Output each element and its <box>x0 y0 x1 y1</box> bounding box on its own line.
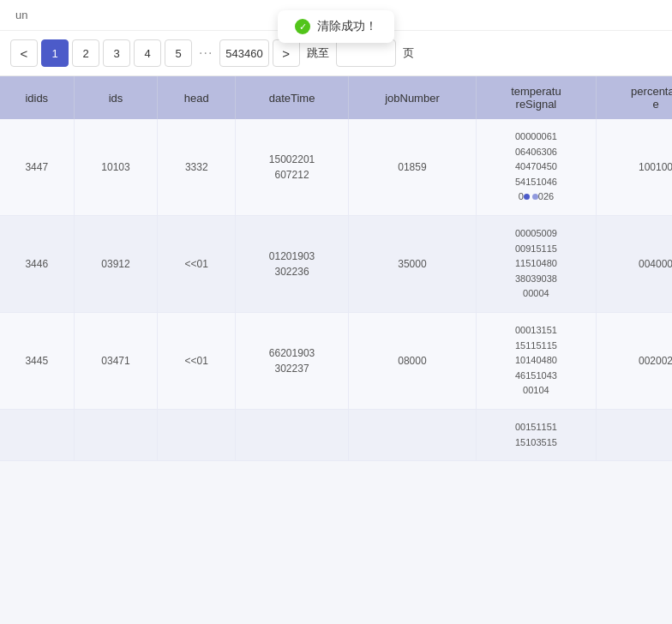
toast-container: ✓ 清除成功！ <box>278 10 394 43</box>
cell-ids: 03912 <box>74 215 158 312</box>
page-button-4[interactable]: 4 <box>134 39 161 67</box>
cell-ids: 10103 <box>74 119 158 215</box>
cell-jobnumber <box>349 409 477 460</box>
cell-datetime: 01201903302236 <box>235 215 348 312</box>
col-temperature: temperatureSignal <box>476 76 596 119</box>
loading-dots <box>524 194 538 200</box>
table-row: 3445 03471 <<01 66201903302237 08000 000… <box>0 312 672 409</box>
jump-label: 跳至 <box>303 45 333 61</box>
page-unit: 页 <box>399 45 417 61</box>
cell-datetime: 66201903302237 <box>235 312 348 409</box>
page-button-1[interactable]: 1 <box>41 39 69 67</box>
page-button-3[interactable]: 3 <box>103 39 130 67</box>
table-row: 3447 10103 3332 15002201607212 01859 000… <box>0 119 672 215</box>
cell-percentage: 100100 <box>597 119 672 215</box>
cell-datetime <box>235 409 348 460</box>
cell-head: <<01 <box>158 215 236 312</box>
table-header-row: idids ids head dateTime jobNumber temper… <box>0 76 672 119</box>
cell-percentage: 002002 <box>597 312 672 409</box>
col-ids: ids <box>74 76 158 119</box>
col-idids: idids <box>0 76 74 119</box>
col-percentage: percentage <box>597 76 672 119</box>
cell-jobnumber: 01859 <box>349 119 477 215</box>
toast-message: 清除成功！ <box>317 19 377 34</box>
page-dots: ··· <box>195 45 216 61</box>
cell-head <box>158 409 236 460</box>
col-jobnumber: jobNumber <box>349 76 477 119</box>
cell-temperature: 00000061064063064047045054151046 0026 <box>476 119 596 215</box>
cell-ids: 03471 <box>74 312 158 409</box>
cell-temperature: 0015115115103515 <box>476 409 596 460</box>
col-datetime: dateTime <box>235 76 348 119</box>
cell-jobnumber: 35000 <box>349 215 477 312</box>
cell-temperature: 0000500900915115115104803803903800004 <box>476 215 596 312</box>
run-button[interactable]: un <box>10 7 33 23</box>
table-row: 0015115115103515 <box>0 409 672 460</box>
cell-idids <box>0 409 74 460</box>
cell-idids: 3445 <box>0 312 74 409</box>
last-page-button[interactable]: 543460 <box>219 39 268 67</box>
cell-ids <box>74 409 158 460</box>
table-wrapper: idids ids head dateTime jobNumber temper… <box>0 76 672 461</box>
next-page-button[interactable]: > <box>273 39 300 67</box>
cell-idids: 3447 <box>0 119 74 215</box>
cell-temperature: 0001315115115115101404804615104300104 <box>476 312 596 409</box>
cell-idids: 3446 <box>0 215 74 312</box>
cell-jobnumber: 08000 <box>349 312 477 409</box>
data-table: idids ids head dateTime jobNumber temper… <box>0 76 672 461</box>
cell-head: 3332 <box>158 119 236 215</box>
prev-page-button[interactable]: < <box>10 39 38 67</box>
page-button-5[interactable]: 5 <box>165 39 192 67</box>
cell-datetime: 15002201607212 <box>235 119 348 215</box>
jump-input[interactable] <box>336 39 396 67</box>
table-row: 3446 03912 <<01 01201903302236 35000 000… <box>0 215 672 312</box>
toast: ✓ 清除成功！ <box>278 10 394 43</box>
col-head: head <box>158 76 236 119</box>
page-button-2[interactable]: 2 <box>72 39 99 67</box>
success-icon: ✓ <box>295 19 310 34</box>
cell-percentage <box>597 409 672 460</box>
cell-percentage: 004000 <box>597 215 672 312</box>
cell-head: <<01 <box>158 312 236 409</box>
